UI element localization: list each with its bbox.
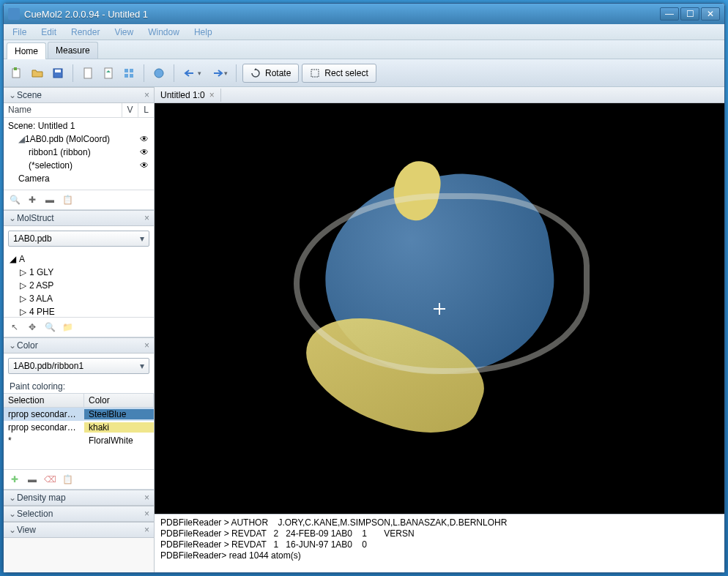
viewport-3d[interactable]	[155, 103, 724, 514]
main-area: Untitled 1:0 × PDBFileReader > AUTHOR J.…	[155, 87, 724, 572]
menu-window[interactable]: Window	[145, 26, 182, 39]
close-icon[interactable]: ×	[209, 90, 215, 100]
arrow-icon[interactable]: ↖	[8, 321, 21, 334]
svg-rect-9	[130, 74, 133, 78]
close-icon[interactable]: ×	[144, 90, 149, 100]
doc-button[interactable]	[79, 64, 97, 82]
chevron-down-icon: ⌄	[8, 340, 17, 351]
residue-row[interactable]: ▷2 ASP	[10, 279, 148, 292]
doc-up-button[interactable]	[100, 64, 117, 82]
viewport-tabs: Untitled 1:0 ×	[155, 87, 724, 103]
props-icon[interactable]: 📋	[61, 473, 74, 486]
minimize-button[interactable]: —	[660, 7, 679, 20]
density-panel-header[interactable]: ⌄ Density map ×	[4, 490, 154, 506]
props-icon[interactable]: 📋	[61, 193, 74, 206]
color-row[interactable]: * FloralWhite	[4, 434, 154, 447]
scene-item[interactable]: ◢1AB0.pdb (MolCoord)👁	[8, 132, 154, 146]
tab-measure[interactable]: Measure	[48, 42, 98, 59]
chain-row[interactable]: ◢A	[10, 253, 148, 266]
chevron-down-icon: ⌄	[8, 509, 17, 519]
globe-button[interactable]	[150, 64, 168, 82]
scene-item[interactable]: (*selection)👁	[8, 159, 154, 172]
color-toolbar: ✚ ▬ ⌫ 📋	[4, 469, 154, 489]
eye-icon[interactable]: 👁	[138, 134, 151, 144]
titlebar[interactable]: CueMol2 2.0.0.94 - Untitled 1 — ☐ ✕	[4, 4, 724, 24]
open-button[interactable]	[29, 64, 46, 82]
residue-row[interactable]: ▷3 ALA	[10, 292, 148, 305]
app-window: CueMol2 2.0.0.94 - Untitled 1 — ☐ ✕ File…	[3, 3, 725, 573]
color-panel: 1AB0.pdb/ribbon1▾ Paint coloring: Select…	[4, 354, 154, 490]
svg-point-10	[155, 69, 163, 78]
sidebar: ⌄ Scene × Name V L Scene: Untitled 1 ◢1A…	[4, 87, 155, 572]
close-icon[interactable]: ×	[144, 340, 149, 351]
svg-rect-5	[105, 68, 112, 78]
rotate-button[interactable]: Rotate	[242, 64, 299, 83]
chevron-down-icon: ⌄	[8, 213, 17, 223]
chevron-down-icon: ⌄	[8, 493, 17, 503]
menu-edit[interactable]: Edit	[38, 26, 59, 39]
grid-button[interactable]	[120, 64, 138, 82]
undo-button[interactable]: ▾	[180, 64, 204, 82]
close-button[interactable]: ✕	[701, 7, 720, 20]
remove-icon[interactable]: ▬	[26, 473, 39, 486]
molstruct-toolbar: ↖ ✥ 🔍 📁	[4, 317, 154, 337]
zoom-icon[interactable]: 🔍	[43, 321, 56, 334]
menu-render[interactable]: Render	[68, 26, 103, 39]
move-icon[interactable]: ✥	[26, 321, 39, 334]
folder-icon[interactable]: 📁	[61, 321, 74, 334]
zoom-icon[interactable]: 🔍	[8, 193, 21, 206]
close-icon[interactable]: ×	[144, 525, 149, 535]
color-dropdown[interactable]: 1AB0.pdb/ribbon1▾	[8, 358, 149, 374]
scene-columns: Name V L	[4, 103, 154, 118]
add-icon[interactable]: ✚	[8, 473, 21, 486]
scene-panel-header[interactable]: ⌄ Scene ×	[4, 87, 154, 103]
redo-button[interactable]: ▾	[207, 64, 230, 82]
molstruct-panel: 1AB0.pdb▾ ◢A ▷1 GLY ▷2 ASP ▷3 ALA ▷4 PHE…	[4, 226, 154, 337]
rect-select-button[interactable]: Rect select	[302, 64, 376, 83]
residue-row[interactable]: ▷4 PHE	[10, 305, 148, 317]
close-icon[interactable]: ×	[144, 509, 149, 519]
menu-view[interactable]: View	[111, 26, 136, 39]
viewport-tab[interactable]: Untitled 1:0 ×	[155, 89, 221, 102]
color-row[interactable]: rprop secondar… SteelBlue	[4, 408, 154, 421]
menu-file[interactable]: File	[10, 26, 29, 39]
svg-rect-8	[125, 74, 128, 78]
delete-icon[interactable]: ⌫	[43, 473, 56, 486]
chevron-down-icon: ⌄	[8, 90, 17, 100]
maximize-button[interactable]: ☐	[680, 7, 699, 20]
eye-icon[interactable]: 👁	[138, 147, 151, 157]
add-icon[interactable]: ✚	[26, 193, 39, 206]
scene-toolbar: 🔍 ✚ ▬ 📋	[4, 190, 154, 209]
scene-panel: Name V L Scene: Untitled 1 ◢1AB0.pdb (Mo…	[4, 103, 154, 210]
remove-icon[interactable]: ▬	[43, 193, 56, 206]
color-panel-header[interactable]: ⌄ Color ×	[4, 337, 154, 354]
menubar: File Edit Render View Window Help	[4, 24, 724, 40]
residue-row[interactable]: ▷1 GLY	[10, 266, 148, 279]
app-icon	[8, 8, 20, 20]
molstruct-panel-header[interactable]: ⌄ MolStruct ×	[4, 210, 154, 226]
color-row[interactable]: rprop secondar… khaki	[4, 421, 154, 434]
toolbar: ▾ ▾ Rotate Rect select	[4, 59, 724, 87]
svg-rect-6	[125, 69, 128, 72]
crosshair-icon	[434, 303, 445, 315]
svg-rect-1	[14, 67, 17, 70]
window-title: CueMol2 2.0.0.94 - Untitled 1	[24, 9, 660, 20]
eye-icon[interactable]: 👁	[138, 160, 151, 171]
close-icon[interactable]: ×	[144, 493, 149, 503]
close-icon[interactable]: ×	[144, 213, 149, 223]
scene-camera[interactable]: Camera	[8, 172, 154, 185]
console-output[interactable]: PDBFileReader > AUTHOR J.ORY,C.KANE,M.SI…	[155, 514, 724, 572]
save-button[interactable]	[49, 64, 67, 82]
svg-rect-11	[311, 70, 319, 77]
menu-help[interactable]: Help	[191, 26, 215, 39]
tab-home[interactable]: Home	[7, 42, 46, 59]
new-button[interactable]	[8, 64, 26, 82]
svg-rect-7	[130, 69, 133, 72]
selection-panel-header[interactable]: ⌄ Selection ×	[4, 506, 154, 522]
main-tabs: Home Measure	[4, 40, 724, 59]
scene-item[interactable]: ribbon1 (ribbon)👁	[8, 146, 154, 159]
scene-root[interactable]: Scene: Untitled 1	[8, 119, 154, 132]
molstruct-dropdown[interactable]: 1AB0.pdb▾	[8, 231, 149, 247]
view-panel-header[interactable]: ⌄ View ×	[4, 522, 154, 538]
svg-rect-4	[84, 68, 92, 78]
